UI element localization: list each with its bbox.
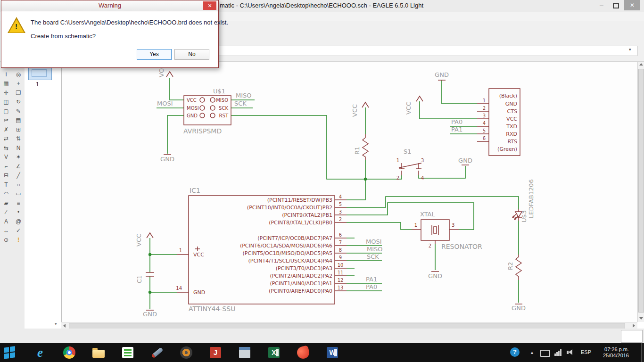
net-icon[interactable]: ∕ [0,208,12,217]
maximize-button[interactable] [609,1,622,10]
info-icon[interactable]: i [0,70,12,79]
junction-icon[interactable]: • [12,208,25,217]
ic1-pin-number: 4 [339,194,342,199]
rotate-icon[interactable]: ↻ [12,98,25,107]
zoom-icon[interactable]: ⊙ [0,235,12,245]
taskbar-app-red[interactable]: J [208,346,223,360]
start-button[interactable] [2,346,17,360]
taskbar-eagle[interactable] [296,346,311,360]
notification-box [621,330,643,343]
volume-icon[interactable] [567,349,572,355]
polygon-icon[interactable]: ▰ [0,198,12,208]
name-icon[interactable]: N [12,143,25,153]
invoke-icon[interactable]: ⊟ [0,171,12,181]
vertical-scrollbar[interactable] [637,61,644,322]
junction-dot [364,178,367,181]
sheets-scroll-down-icon[interactable]: ▾ [55,321,57,326]
gnd-label: GND [143,311,157,318]
cut-icon[interactable]: ✂ [0,116,12,125]
ic1-pin-label: (PCINT0/AREF/ADC0)PA0 [269,288,332,294]
arc-icon[interactable]: ◠ [0,189,12,199]
value-icon[interactable]: V [0,153,12,162]
scroll-down-icon[interactable] [639,317,643,320]
bus-icon[interactable]: ≡ [12,198,25,208]
wire-icon[interactable]: ╱ [12,171,25,181]
ic1-pin-number: 5 [339,202,342,207]
gateswap-icon[interactable]: ⇆ [0,143,12,153]
ic1-pin-label: (PCINT7/ICP/OC0B/ADC7)PA7 [257,235,332,241]
dialog-close-button[interactable]: ✕ [203,1,216,10]
pinswap-icon[interactable]: ⇄ [0,134,12,144]
command-combobox-dropdown-icon[interactable]: ▾ [629,47,631,52]
group-icon[interactable]: ▢ [0,107,12,116]
ic1-pin-label: (PCINT11/RESET/DW)PB3 [267,197,332,203]
taskbar-ie[interactable]: e [33,346,48,360]
taskbar-excel[interactable]: X [266,346,281,360]
label-icon[interactable]: A [0,217,12,226]
taskbar-app-green[interactable] [120,346,135,360]
display-icon[interactable]: ▦ [0,79,12,89]
s1-pin-number: 2 [396,175,399,181]
paste-icon[interactable]: ▤ [12,116,25,125]
led-value: LEDFAB1206 [528,179,535,218]
scroll-up-icon[interactable] [639,63,643,66]
language-indicator[interactable]: ESP [581,349,591,355]
taskbar-app-window[interactable] [237,346,252,360]
text-icon[interactable]: T [0,180,12,189]
taskbar-explorer[interactable] [91,346,106,360]
u1-value: AVRISPSMD [183,127,222,135]
split-icon[interactable]: ∠ [12,162,25,171]
taskbar-app-rocket[interactable] [149,346,165,360]
move-icon[interactable]: ✛ [0,88,12,98]
ftdi-pin-number: 4 [483,121,486,126]
attribute-icon[interactable]: @ [12,217,25,226]
taskbar-chrome[interactable] [62,346,77,360]
gnd-label: GND [458,157,472,164]
minimize-button[interactable]: – [595,1,608,10]
rect-icon[interactable]: ▭ [12,189,25,199]
vertical-scroll-thumb[interactable] [638,69,644,313]
mark-icon[interactable]: + [12,79,25,89]
ic1-pin-number: 2 [339,217,342,222]
gnd-label: GND [428,272,442,280]
ftdi-pin-label: CTS [507,108,517,115]
scroll-left-icon[interactable] [63,324,66,328]
show-icon[interactable]: ◎ [12,70,25,79]
change-icon[interactable]: ✎ [12,107,25,116]
ic1-pin-label: (PCINT8/XTAL1/CLKI)PB0 [269,220,332,226]
circle-icon[interactable]: ○ [12,180,25,189]
taskbar-word[interactable]: W [325,346,340,360]
ic1-pin-number: 12 [338,278,344,283]
network-signal-icon[interactable] [554,348,561,356]
u1-pin-label: MOSI [187,106,199,111]
ftdi-pin-label: TXD [506,123,517,130]
mirror-icon[interactable]: ◫ [0,98,12,107]
copy-icon[interactable]: ❐ [12,88,25,98]
dimension-icon[interactable]: ↔ [0,226,12,236]
sheet-thumbnail[interactable] [28,66,52,80]
erc-icon[interactable]: ✓ [12,226,25,236]
xtal-pin-number: 2 [429,243,431,248]
taskbar-disc-app[interactable] [179,346,194,360]
xtal-value: RESONATOR [441,243,482,250]
horizontal-scrollbar[interactable] [61,322,637,329]
show-desktop-button[interactable] [641,343,644,362]
yes-button[interactable]: Yes [137,49,172,60]
replace-icon[interactable]: ⇅ [12,134,25,144]
schematic-canvas[interactable]: VCC MOSI GND MISO SCK RST VCC GND 1 14 (… [0,61,644,322]
ftdi-pin-label: GND [505,101,517,107]
u1-pin-label: GND [187,113,198,118]
miter-icon[interactable]: ⌐ [0,162,12,171]
clock[interactable]: 07:26 p.m. 25/04/2016 [593,346,629,359]
scroll-right-icon[interactable] [633,324,635,328]
close-button[interactable]: ✕ [624,0,640,10]
errors-icon[interactable]: ! [12,235,25,245]
net-label-miso: MISO [236,92,252,99]
no-button[interactable]: No [174,49,209,60]
delete-icon[interactable]: ✗ [0,125,12,134]
display-tray-icon[interactable] [540,350,550,357]
tray-show-hidden-icon[interactable]: ▲ [530,350,534,355]
smash-icon[interactable]: ✶ [12,153,25,162]
add-icon[interactable]: ⊞ [12,125,25,134]
tray-help-icon[interactable]: ? [510,347,520,357]
